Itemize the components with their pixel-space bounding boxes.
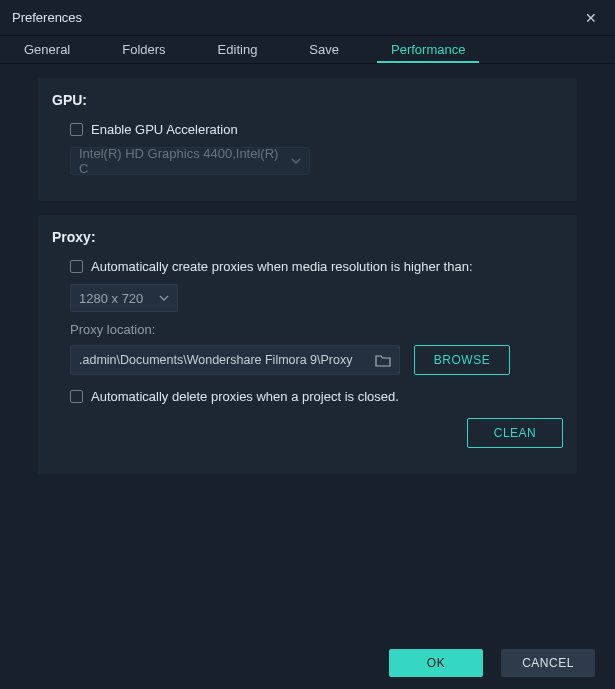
proxy-panel: Proxy: Automatically create proxies when… — [38, 215, 577, 474]
gpu-panel: GPU: Enable GPU Acceleration Intel(R) HD… — [38, 78, 577, 201]
tab-folders[interactable]: Folders — [108, 36, 179, 63]
proxy-location-value: .admin\Documents\Wondershare Filmora 9\P… — [79, 353, 369, 367]
titlebar: Preferences ✕ — [0, 0, 615, 36]
proxy-autodelete-label: Automatically delete proxies when a proj… — [91, 389, 399, 404]
clean-button[interactable]: CLEAN — [467, 418, 563, 448]
proxy-resolution-selected: 1280 x 720 — [79, 291, 143, 306]
browse-button[interactable]: BROWSE — [414, 345, 510, 375]
chevron-down-icon — [159, 293, 169, 303]
content-area: GPU: Enable GPU Acceleration Intel(R) HD… — [0, 64, 615, 474]
gpu-heading: GPU: — [52, 92, 563, 108]
proxy-location-label: Proxy location: — [70, 322, 563, 337]
gpu-device-selected: Intel(R) HD Graphics 4400,Intel(R) C — [79, 146, 283, 176]
ok-button[interactable]: OK — [389, 649, 483, 677]
tabs: General Folders Editing Save Performance — [0, 36, 615, 64]
proxy-location-field[interactable]: .admin\Documents\Wondershare Filmora 9\P… — [70, 345, 400, 375]
checkbox-box — [70, 260, 83, 273]
proxy-autocreate-label: Automatically create proxies when media … — [91, 259, 473, 274]
gpu-enable-label: Enable GPU Acceleration — [91, 122, 238, 137]
close-icon[interactable]: ✕ — [579, 10, 603, 26]
proxy-resolution-select[interactable]: 1280 x 720 — [70, 284, 178, 312]
dialog-footer: OK CANCEL — [389, 649, 595, 677]
window-title: Preferences — [12, 10, 579, 25]
chevron-down-icon — [291, 156, 301, 166]
tab-general[interactable]: General — [10, 36, 84, 63]
folder-icon — [375, 353, 391, 367]
tab-editing[interactable]: Editing — [204, 36, 272, 63]
gpu-device-select[interactable]: Intel(R) HD Graphics 4400,Intel(R) C — [70, 147, 310, 175]
tab-save[interactable]: Save — [295, 36, 353, 63]
proxy-heading: Proxy: — [52, 229, 563, 245]
checkbox-box — [70, 390, 83, 403]
tab-performance[interactable]: Performance — [377, 36, 479, 63]
gpu-enable-checkbox[interactable]: Enable GPU Acceleration — [52, 122, 238, 137]
checkbox-box — [70, 123, 83, 136]
cancel-button[interactable]: CANCEL — [501, 649, 595, 677]
proxy-autodelete-checkbox[interactable]: Automatically delete proxies when a proj… — [52, 389, 399, 404]
proxy-autocreate-checkbox[interactable]: Automatically create proxies when media … — [52, 259, 473, 274]
